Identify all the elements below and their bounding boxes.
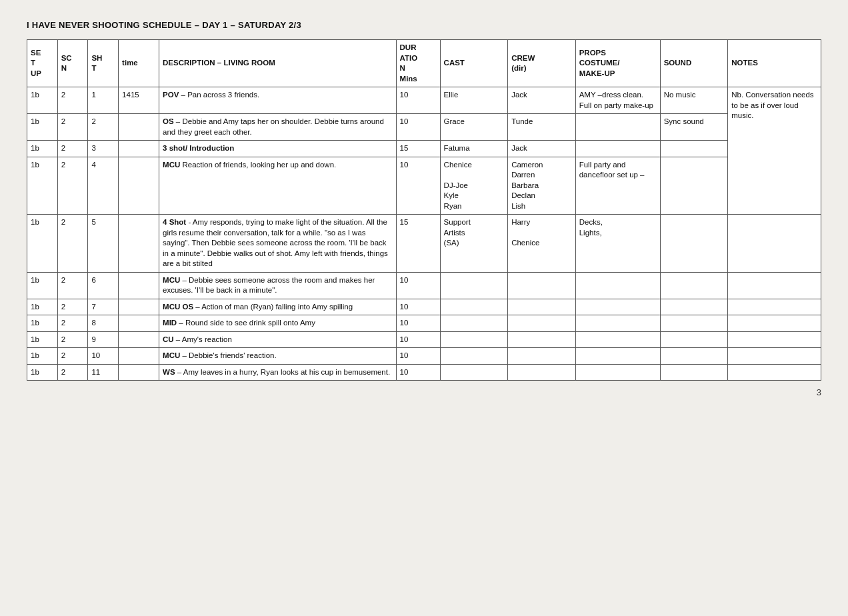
props-cell bbox=[575, 364, 660, 381]
props-cell bbox=[575, 331, 660, 348]
sound-cell bbox=[660, 315, 728, 332]
dur-cell: 10 bbox=[396, 331, 440, 348]
header-dur: DURATIONMins bbox=[396, 40, 440, 87]
sh-cell: 8 bbox=[88, 315, 119, 332]
crew-cell bbox=[508, 348, 576, 365]
cast-cell: Grace bbox=[440, 114, 508, 141]
sound-cell bbox=[660, 348, 728, 365]
table-row: 1b24MCU Reaction of friends, looking her… bbox=[27, 157, 821, 215]
desc-cell: OS – Debbie and Amy taps her on shoulder… bbox=[159, 114, 397, 141]
header-se: SETUP bbox=[27, 40, 58, 87]
dur-cell: 10 bbox=[396, 114, 440, 141]
se-cell: 1b bbox=[27, 141, 58, 157]
sh-cell: 6 bbox=[88, 272, 119, 299]
time-cell bbox=[119, 364, 159, 381]
header-cast: CAST bbox=[440, 40, 508, 87]
desc-cell: 4 Shot - Amy responds, trying to make li… bbox=[159, 215, 397, 273]
props-cell bbox=[575, 348, 660, 365]
crew-cell bbox=[508, 315, 576, 332]
props-cell bbox=[575, 114, 660, 141]
desc-cell: MCU – Debbie sees someone across the roo… bbox=[159, 272, 397, 299]
page-title: I HAVE NEVER SHOOTING SCHEDULE – DAY 1 –… bbox=[27, 20, 821, 30]
notes-cell bbox=[728, 331, 821, 348]
header-desc: DESCRIPTION – LIVING ROOM bbox=[159, 40, 397, 87]
props-cell bbox=[575, 315, 660, 332]
se-cell: 1b bbox=[27, 364, 58, 381]
schedule-table: SETUP SCN SHT time DESCRIPTION – LIVING … bbox=[27, 39, 821, 381]
crew-cell: Jack bbox=[508, 87, 576, 114]
cast-cell bbox=[440, 299, 508, 315]
sc-cell: 2 bbox=[57, 364, 88, 381]
sh-cell: 3 bbox=[88, 141, 119, 157]
cast-cell bbox=[440, 272, 508, 299]
table-row: 1b254 Shot - Amy responds, trying to mak… bbox=[27, 215, 821, 273]
time-cell bbox=[119, 315, 159, 332]
desc-cell: MCU – Debbie's friends' reaction. bbox=[159, 348, 397, 365]
cast-cell: Ellie bbox=[440, 87, 508, 114]
notes-cell bbox=[728, 215, 821, 273]
se-cell: 1b bbox=[27, 157, 58, 215]
crew-cell: HarryChenice bbox=[508, 215, 576, 273]
sh-cell: 9 bbox=[88, 331, 119, 348]
sound-cell bbox=[660, 364, 728, 381]
table-row: 1b29CU – Amy's reaction10 bbox=[27, 331, 821, 348]
crew-cell: CameronDarrenBarbaraDeclanLish bbox=[508, 157, 576, 215]
notes-cell bbox=[728, 315, 821, 332]
sc-cell: 2 bbox=[57, 272, 88, 299]
header-crew: CREW(dir) bbox=[508, 40, 576, 87]
table-header-row: SETUP SCN SHT time DESCRIPTION – LIVING … bbox=[27, 40, 821, 87]
dur-cell: 10 bbox=[396, 272, 440, 299]
se-cell: 1b bbox=[27, 272, 58, 299]
cast-cell bbox=[440, 348, 508, 365]
sh-cell: 11 bbox=[88, 364, 119, 381]
desc-cell: WS – Amy leaves in a hurry, Ryan looks a… bbox=[159, 364, 397, 381]
crew-cell bbox=[508, 331, 576, 348]
crew-cell: Jack bbox=[508, 141, 576, 157]
desc-cell: CU – Amy's reaction bbox=[159, 331, 397, 348]
desc-cell: MCU OS – Action of man (Ryan) falling in… bbox=[159, 299, 397, 315]
crew-cell: Tunde bbox=[508, 114, 576, 141]
table-row: 1b211WS – Amy leaves in a hurry, Ryan lo… bbox=[27, 364, 821, 381]
table-row: 1b27MCU OS – Action of man (Ryan) fallin… bbox=[27, 299, 821, 315]
se-cell: 1b bbox=[27, 114, 58, 141]
sc-cell: 2 bbox=[57, 348, 88, 365]
sound-cell bbox=[660, 299, 728, 315]
dur-cell: 10 bbox=[396, 157, 440, 215]
table-row: 1b26MCU – Debbie sees someone across the… bbox=[27, 272, 821, 299]
sc-cell: 2 bbox=[57, 141, 88, 157]
time-cell: 1415 bbox=[119, 87, 159, 114]
sc-cell: 2 bbox=[57, 299, 88, 315]
notes-cell bbox=[728, 272, 821, 299]
table-body: 1b211415POV – Pan across 3 friends.10Ell… bbox=[27, 87, 821, 381]
cast-cell bbox=[440, 364, 508, 381]
se-cell: 1b bbox=[27, 87, 58, 114]
crew-cell bbox=[508, 364, 576, 381]
dur-cell: 10 bbox=[396, 315, 440, 332]
sh-cell: 10 bbox=[88, 348, 119, 365]
props-cell: AMY –dress clean. Full on party make-up bbox=[575, 87, 660, 114]
page-number: 3 bbox=[27, 387, 821, 397]
props-cell: Decks,Lights, bbox=[575, 215, 660, 273]
desc-cell: 3 shot/ Introduction bbox=[159, 141, 397, 157]
header-props: PROPSCOSTUME/MAKE-UP bbox=[575, 40, 660, 87]
time-cell bbox=[119, 215, 159, 273]
sound-cell: Sync sound bbox=[660, 114, 728, 141]
sh-cell: 2 bbox=[88, 114, 119, 141]
header-sound: SOUND bbox=[660, 40, 728, 87]
notes-cell: Nb. Conversation needs to be as if over … bbox=[728, 87, 821, 215]
cast-cell: SupportArtists(SA) bbox=[440, 215, 508, 273]
sh-cell: 1 bbox=[88, 87, 119, 114]
header-sh: SHT bbox=[88, 40, 119, 87]
sh-cell: 4 bbox=[88, 157, 119, 215]
time-cell bbox=[119, 299, 159, 315]
crew-cell bbox=[508, 299, 576, 315]
sh-cell: 7 bbox=[88, 299, 119, 315]
dur-cell: 15 bbox=[396, 141, 440, 157]
sound-cell: No music bbox=[660, 87, 728, 114]
notes-cell bbox=[728, 299, 821, 315]
time-cell bbox=[119, 114, 159, 141]
sc-cell: 2 bbox=[57, 331, 88, 348]
table-row: 1b22OS – Debbie and Amy taps her on shou… bbox=[27, 114, 821, 141]
props-cell bbox=[575, 272, 660, 299]
se-cell: 1b bbox=[27, 348, 58, 365]
